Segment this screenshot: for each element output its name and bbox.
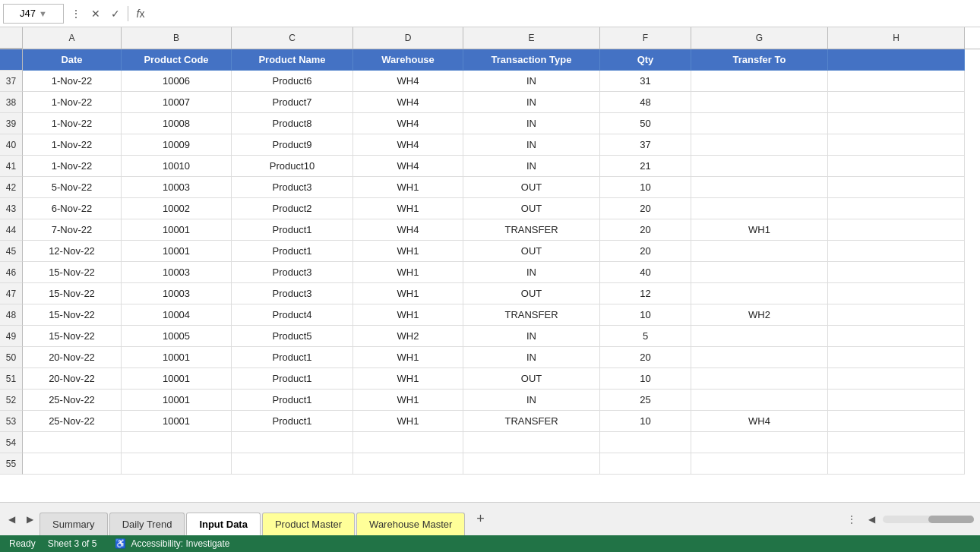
cell-type[interactable]: OUT — [463, 198, 600, 219]
cell-qty[interactable]: 10 — [600, 411, 691, 432]
cell-qty[interactable]: 20 — [600, 219, 691, 241]
cell-type[interactable]: OUT — [463, 368, 600, 390]
cell-name[interactable]: Product9 — [232, 134, 353, 156]
cell-warehouse[interactable]: WH4 — [353, 134, 463, 156]
cell-code[interactable]: 10001 — [122, 219, 232, 241]
cell-qty[interactable]: 5 — [600, 326, 691, 347]
cell-date[interactable]: 15-Nov-22 — [23, 326, 122, 347]
header-transaction-type[interactable]: Transaction Type — [463, 49, 600, 71]
cell-name[interactable]: Product5 — [232, 326, 353, 347]
cell-type[interactable] — [463, 453, 600, 475]
cell-reference-box[interactable]: J47 ▼ — [3, 4, 64, 24]
cancel-icon[interactable]: ✕ — [87, 5, 105, 23]
cell-code[interactable] — [122, 432, 232, 453]
cell-warehouse[interactable]: WH4 — [353, 113, 463, 134]
cell-warehouse[interactable]: WH1 — [353, 304, 463, 326]
cell-date[interactable]: 20-Nov-22 — [23, 368, 122, 390]
cell-code[interactable]: 10003 — [122, 262, 232, 283]
cell-name[interactable]: Product10 — [232, 156, 353, 177]
cell-date[interactable]: 1-Nov-22 — [23, 134, 122, 156]
cell-date[interactable]: 15-Nov-22 — [23, 283, 122, 304]
cell-warehouse[interactable]: WH4 — [353, 156, 463, 177]
scrollbar-track[interactable] — [883, 516, 974, 523]
header-date[interactable]: Date — [23, 49, 122, 71]
cell-name[interactable] — [232, 453, 353, 475]
col-header-c[interactable]: C — [232, 27, 353, 49]
tab-warehouse-master[interactable]: Warehouse Master — [356, 513, 465, 535]
cell-type[interactable]: OUT — [463, 241, 600, 262]
cell-date[interactable]: 1-Nov-22 — [23, 156, 122, 177]
col-header-d[interactable]: D — [353, 27, 463, 49]
cell-transfer[interactable] — [691, 283, 828, 304]
more-sheets-icon[interactable]: ⋮ — [843, 511, 860, 528]
row-num-54[interactable]: 54 — [0, 432, 23, 453]
tab-prev-btn[interactable]: ◀ — [3, 511, 20, 528]
cell-warehouse[interactable]: WH4 — [353, 219, 463, 241]
cell-qty[interactable]: 20 — [600, 198, 691, 219]
row-num-48[interactable]: 48 — [0, 304, 23, 326]
formula-input[interactable] — [153, 4, 977, 24]
row-num-50[interactable]: 50 — [0, 347, 23, 368]
cell-name[interactable]: Product3 — [232, 283, 353, 304]
cell-qty[interactable]: 50 — [600, 113, 691, 134]
cell-code[interactable]: 10006 — [122, 71, 232, 92]
cell-code[interactable]: 10008 — [122, 113, 232, 134]
cell-date[interactable]: 1-Nov-22 — [23, 92, 122, 113]
cell-name[interactable]: Product8 — [232, 113, 353, 134]
cell-qty[interactable] — [600, 453, 691, 475]
cell-warehouse[interactable]: WH1 — [353, 347, 463, 368]
cell-date[interactable]: 20-Nov-22 — [23, 347, 122, 368]
cell-warehouse[interactable]: WH4 — [353, 92, 463, 113]
cell-type[interactable]: IN — [463, 92, 600, 113]
col-header-a[interactable]: A — [23, 27, 122, 49]
cell-qty[interactable]: 37 — [600, 134, 691, 156]
cell-name[interactable] — [232, 432, 353, 453]
cell-date[interactable]: 25-Nov-22 — [23, 390, 122, 411]
confirm-icon[interactable]: ✓ — [106, 5, 125, 23]
cell-type[interactable]: TRANSFER — [463, 411, 600, 432]
cell-qty[interactable]: 12 — [600, 283, 691, 304]
cell-transfer[interactable] — [691, 241, 828, 262]
header-transfer-to[interactable]: Transfer To — [691, 49, 828, 71]
cell-name[interactable]: Product1 — [232, 219, 353, 241]
cell-qty[interactable]: 10 — [600, 177, 691, 198]
cell-code[interactable] — [122, 453, 232, 475]
cell-code[interactable]: 10009 — [122, 134, 232, 156]
cell-type[interactable]: IN — [463, 326, 600, 347]
cell-name[interactable]: Product3 — [232, 177, 353, 198]
cell-name[interactable]: Product1 — [232, 347, 353, 368]
cell-warehouse[interactable] — [353, 453, 463, 475]
cell-qty[interactable]: 31 — [600, 71, 691, 92]
cell-warehouse[interactable]: WH1 — [353, 411, 463, 432]
cell-transfer[interactable] — [691, 134, 828, 156]
cell-transfer[interactable] — [691, 390, 828, 411]
cell-type[interactable]: TRANSFER — [463, 219, 600, 241]
tab-summary[interactable]: Summary — [40, 513, 108, 535]
cell-date[interactable] — [23, 432, 122, 453]
cell-qty[interactable] — [600, 432, 691, 453]
cell-name[interactable]: Product1 — [232, 241, 353, 262]
tab-input-data[interactable]: Input Data — [186, 513, 261, 535]
cell-transfer[interactable] — [691, 347, 828, 368]
cell-warehouse[interactable]: WH1 — [353, 368, 463, 390]
cell-qty[interactable]: 20 — [600, 241, 691, 262]
cell-name[interactable]: Product6 — [232, 71, 353, 92]
cell-type[interactable]: IN — [463, 156, 600, 177]
cell-qty[interactable]: 40 — [600, 262, 691, 283]
cell-date[interactable]: 6-Nov-22 — [23, 198, 122, 219]
add-sheet-button[interactable]: + — [469, 509, 491, 530]
tab-next-btn[interactable]: ▶ — [21, 511, 38, 528]
cell-transfer[interactable]: WH2 — [691, 304, 828, 326]
cell-code[interactable]: 10003 — [122, 283, 232, 304]
cell-type[interactable]: IN — [463, 71, 600, 92]
cell-date[interactable] — [23, 453, 122, 475]
cell-warehouse[interactable] — [353, 432, 463, 453]
row-num-42[interactable]: 42 — [0, 177, 23, 198]
cell-type[interactable]: OUT — [463, 283, 600, 304]
cell-transfer[interactable] — [691, 92, 828, 113]
cell-code[interactable]: 10001 — [122, 411, 232, 432]
cell-name[interactable]: Product1 — [232, 368, 353, 390]
cell-warehouse[interactable]: WH1 — [353, 262, 463, 283]
cell-code[interactable]: 10005 — [122, 326, 232, 347]
cell-name[interactable]: Product2 — [232, 198, 353, 219]
